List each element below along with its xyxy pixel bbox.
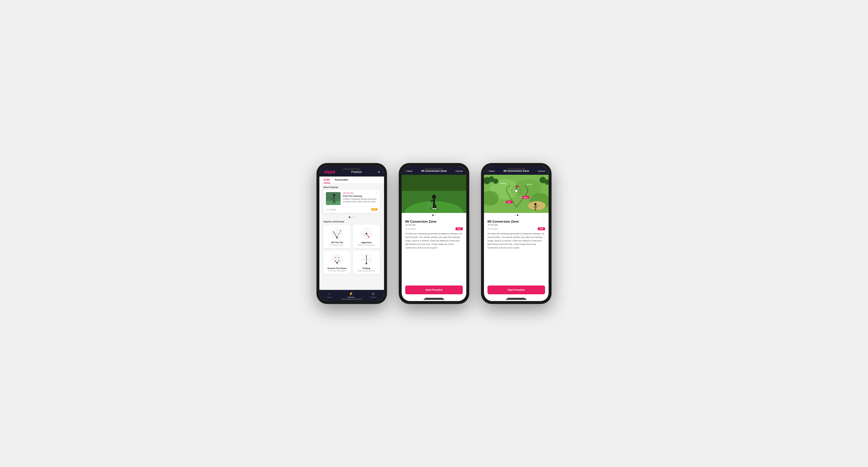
off-tee-icon-area — [326, 227, 348, 240]
most-popular-label: Most Popular — [319, 184, 384, 190]
skill-card-around-green[interactable]: Around The Green Hone your short game — [323, 251, 350, 274]
drill-info: Off The Tee Find The Fairway Create an i… — [343, 192, 378, 203]
phone3-home-indicator — [507, 298, 525, 299]
phone3-detail-content: 6ft Conversion Zone 10-50 yds ☆ ⏱ 20 sho… — [484, 218, 549, 283]
phone3-dot-2 — [517, 214, 518, 216]
phone3-header: < Back 6ft Conversion Zone Cancel — [484, 166, 549, 175]
phone3-clock-icon: ⏱ — [488, 228, 490, 230]
svg-rect-46 — [433, 199, 435, 205]
featured-drill-card[interactable]: Off The Tee Find The Fairway Create an i… — [323, 190, 380, 213]
detail-fav-icon[interactable]: ☆ — [460, 220, 463, 224]
dot-2 — [351, 216, 352, 218]
phone3-header-title: 6ft Conversion Zone — [503, 169, 529, 172]
drill-description: 20 shots are randomly generated at dista… — [405, 232, 463, 249]
around-green-sub: Hone your short game — [326, 270, 348, 272]
phone3-fav-icon[interactable]: ☆ — [542, 220, 545, 224]
skill-card-off-tee[interactable]: Off The Tee Power accuracy — [323, 225, 350, 248]
dot-1 — [349, 216, 350, 218]
svg-text:ROUGH: ROUGH — [527, 184, 532, 185]
nav-activities-label: Activities — [347, 296, 354, 298]
phone3-title-group: 6ft Conversion Zone 10-50 yds — [488, 220, 519, 227]
svg-point-45 — [432, 195, 436, 199]
phone3-shots-row: ⏱ 20 shots ARG — [488, 227, 545, 230]
phone3-drill-yardage: 10-50 yds — [488, 224, 519, 226]
header-title: Practice — [351, 170, 362, 174]
around-green-icon-area — [326, 253, 348, 266]
svg-point-65 — [515, 190, 518, 192]
svg-point-40 — [366, 258, 367, 259]
phone3-back-button[interactable]: < Back — [488, 170, 495, 172]
back-button[interactable]: < Back — [405, 170, 412, 172]
home-icon: ⌂ — [329, 292, 331, 296]
hamburger-icon[interactable]: ≡ — [378, 170, 380, 174]
skill-card-approach[interactable]: Approach Dial-in to hit the green — [353, 225, 380, 248]
svg-point-14 — [340, 230, 341, 231]
putting-name: Putting — [355, 267, 378, 270]
nav-capture[interactable]: ⊕ Capture — [370, 292, 376, 298]
phone3-title-row: 6ft Conversion Zone 10-50 yds ☆ — [488, 220, 545, 227]
map-svg: Hit Miss SAND FAIRWAY ROUGH — [484, 175, 549, 213]
phone3-cancel-button[interactable]: Cancel — [538, 170, 545, 172]
drill-subtitle: Off The Tee — [343, 192, 378, 194]
drill-image-inner — [326, 192, 341, 205]
svg-point-39 — [366, 255, 367, 257]
dot-3 — [353, 216, 355, 218]
phone3-home-bar — [484, 297, 549, 301]
approach-sub: Dial-in to hit the green — [355, 244, 378, 246]
drill-yardage: 10-50 yds — [405, 224, 436, 226]
phone3-drill-name: 6ft Conversion Zone — [488, 220, 519, 223]
phone3-detail-info: 6ft Conversion Zone 10-50 yds ☆ ⏱ 20 sho… — [484, 218, 549, 252]
arg-badge: ARG — [456, 227, 463, 230]
skill-grid: Off The Tee Power accuracy — [319, 225, 384, 276]
svg-point-20 — [366, 233, 367, 234]
cancel-button[interactable]: Cancel — [456, 170, 463, 172]
detail-shots: ⏱ 20 shots — [405, 228, 415, 230]
favourite-icon[interactable]: ☆ — [375, 192, 378, 195]
home-indicator — [425, 298, 443, 299]
shots-row: ⏱ 20 shots ARG — [405, 227, 463, 230]
svg-point-30 — [335, 257, 336, 258]
phone3-start-practice-button[interactable]: Start Practice — [488, 286, 545, 294]
detail-title-row: 6ft Conversion Zone 10-50 yds ☆ — [405, 220, 463, 227]
activities-icon: ⚡ — [349, 292, 353, 296]
svg-text:Hit: Hit — [508, 201, 510, 203]
detail-info-content: 6ft Conversion Zone 10-50 yds ☆ ⏱ 20 sho… — [402, 218, 466, 283]
detail-header-title: 6ft Conversion Zone — [421, 169, 446, 172]
svg-point-31 — [338, 257, 339, 258]
nav-home[interactable]: ⌂ Home — [327, 292, 332, 298]
svg-text:SAND: SAND — [534, 205, 539, 207]
drill-footer: ⏱ 10 shots OTT — [326, 207, 378, 210]
phone3-drill-description: 20 shots are randomly generated at dista… — [488, 232, 545, 249]
phone1-header: clippd Practice ≡ — [319, 166, 384, 176]
carousel-dots — [319, 215, 384, 219]
phone-1: clippd Practice ≡ Drills Favourites Most… — [316, 163, 387, 304]
phone-2: < Back 6ft Conversion Zone Cancel — [399, 163, 469, 304]
ott-badge: OTT — [371, 208, 378, 210]
skill-card-putting[interactable]: Putting Make and lag practice — [353, 251, 380, 274]
detail-info: 6ft Conversion Zone 10-50 yds ☆ ⏱ 20 sho… — [402, 218, 466, 252]
drill-image — [326, 192, 341, 205]
drill-description: Create an imaginary fairway using trees … — [343, 198, 378, 203]
app-logo: clippd — [323, 169, 335, 174]
tab-favourites[interactable]: Favourites — [335, 178, 348, 183]
nav-activities[interactable]: ⚡ Activities — [347, 292, 354, 298]
tabs-row: Drills Favourites — [319, 176, 384, 184]
nav-home-label: Home — [327, 296, 332, 298]
svg-point-38 — [366, 263, 367, 264]
capture-icon: ⊕ — [372, 292, 375, 296]
start-practice-button[interactable]: Start Practice — [405, 286, 463, 294]
clock-icon-detail: ⏱ — [405, 228, 407, 230]
putting-sub: Make and lag practice — [355, 270, 378, 272]
phone3-arg-badge: ARG — [538, 227, 545, 230]
hero-image — [402, 175, 466, 213]
around-green-name: Around The Green — [326, 267, 348, 270]
shots-label: ⏱ 10 shots — [326, 208, 336, 210]
tab-drills[interactable]: Drills — [323, 178, 330, 183]
drill-name: 6ft Conversion Zone — [405, 220, 436, 223]
off-tee-sub: Power accuracy — [326, 244, 348, 246]
phone-3: < Back 6ft Conversion Zone Cancel — [481, 163, 552, 304]
drill-card-inner: Off The Tee Find The Fairway Create an i… — [326, 192, 378, 205]
svg-point-13 — [333, 231, 334, 232]
svg-rect-52 — [433, 208, 434, 209]
phones-container: clippd Practice ≡ Drills Favourites Most… — [316, 163, 552, 304]
